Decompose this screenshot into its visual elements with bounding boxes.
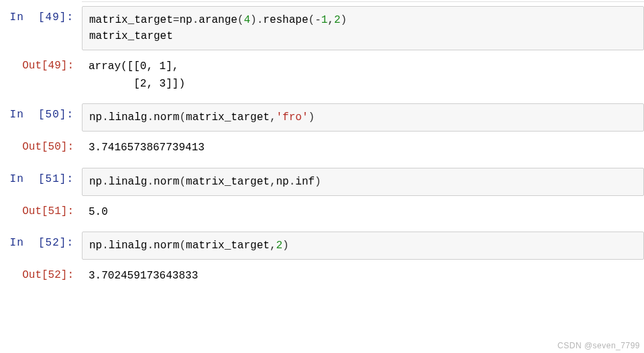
code-cell: In [52]: np.linalg.norm(matrix_target,2) bbox=[0, 232, 644, 260]
in-prompt: In [51]: bbox=[0, 168, 79, 185]
code-output: 3.702459173643833 bbox=[82, 264, 644, 292]
output-cell: Out[52]: 3.702459173643833 bbox=[0, 264, 644, 292]
code-output: array([[0, 1], [2, 3]]) bbox=[82, 54, 644, 99]
code-input[interactable]: np.linalg.norm(matrix_target,np.inf) bbox=[82, 168, 644, 196]
code-input[interactable]: matrix_target=np.arange(4).reshape(-1,2)… bbox=[82, 6, 644, 50]
out-prompt: Out[52]: bbox=[0, 264, 79, 281]
watermark: CSDN @seven_7799 bbox=[557, 341, 640, 350]
output-cell: Out[49]: array([[0, 1], [2, 3]]) bbox=[0, 54, 644, 99]
code-output: 3.7416573867739413 bbox=[82, 136, 644, 164]
out-prompt: Out[50]: bbox=[0, 136, 79, 153]
output-cell: Out[51]: 5.0 bbox=[0, 200, 644, 228]
in-prompt: In [52]: bbox=[0, 232, 79, 249]
out-prompt: Out[49]: bbox=[0, 54, 79, 72]
out-prompt: Out[51]: bbox=[0, 200, 79, 217]
code-cell: In [51]: np.linalg.norm(matrix_target,np… bbox=[0, 168, 644, 196]
code-output: 5.0 bbox=[82, 200, 644, 228]
in-prompt: In [49]: bbox=[0, 6, 79, 23]
code-input[interactable]: np.linalg.norm(matrix_target,'fro') bbox=[82, 103, 644, 132]
code-cell: In [50]: np.linalg.norm(matrix_target,'f… bbox=[0, 103, 644, 132]
code-cell: In [49]: matrix_target=np.arange(4).resh… bbox=[0, 6, 644, 50]
output-cell: Out[50]: 3.7416573867739413 bbox=[0, 136, 644, 164]
code-input[interactable]: np.linalg.norm(matrix_target,2) bbox=[82, 232, 644, 260]
in-prompt: In [50]: bbox=[0, 103, 79, 121]
